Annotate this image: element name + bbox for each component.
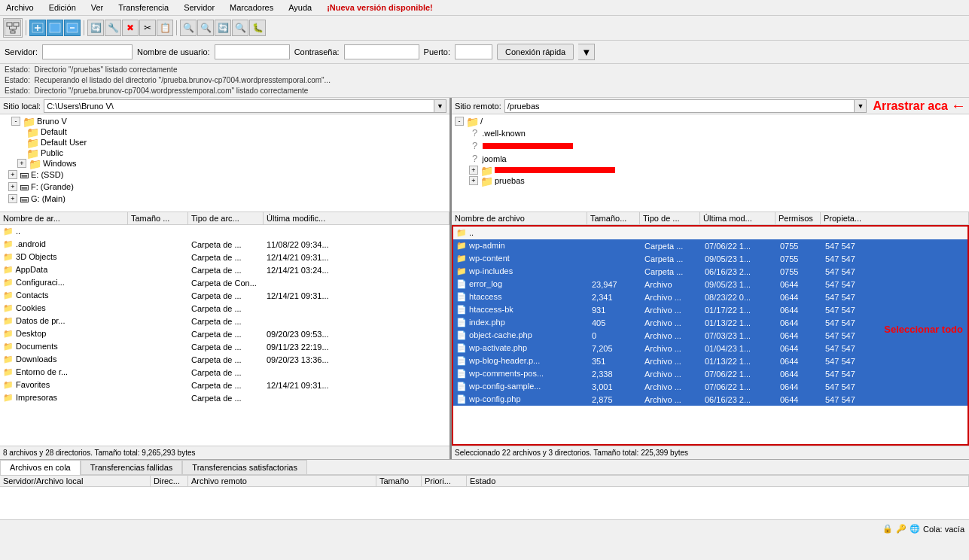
expand-brunov[interactable]: - — [11, 117, 20, 126]
remote-file-error-log[interactable]: 📄 error_log 23,947 Archivo 09/05/23 1...… — [453, 278, 967, 291]
remote-file-wp-comments[interactable]: 📄 wp-comments-pos... 2,338 Archivo ... 0… — [453, 367, 967, 380]
remote-file-wp-admin[interactable]: 📁 wp-admin Carpeta ... 07/06/22 1... 075… — [453, 239, 967, 252]
local-site-path-input[interactable] — [44, 99, 434, 113]
toolbar-btn-filter[interactable]: 🔍 — [197, 20, 214, 36]
local-file-favorites[interactable]: 📁 Favorites Carpeta de ... 12/14/21 09:3… — [0, 379, 449, 391]
expand-windows[interactable]: + — [17, 159, 26, 168]
remote-col-modif[interactable]: Última mod... — [700, 212, 776, 224]
remote-file-wp-config-sample[interactable]: 📄 wp-config-sample... 3,001 Archivo ... … — [453, 380, 967, 393]
local-file-desktop[interactable]: 📁 Desktop Carpeta de ... 09/20/23 09:53.… — [0, 327, 449, 340]
remote-tree-redbar1[interactable]: ? — [453, 139, 967, 152]
toolbar-btn-find[interactable]: 🔍 — [232, 20, 248, 36]
expand-remote-root[interactable]: - — [455, 117, 464, 126]
tree-item-public[interactable]: 📁 Public — [2, 148, 448, 158]
tree-item-brunov[interactable]: - 📁 Bruno V — [2, 116, 448, 126]
remote-file-wp-content[interactable]: 📁 wp-content Carpeta ... 09/05/23 1... 0… — [453, 252, 967, 265]
expand-gmain[interactable]: + — [8, 194, 17, 203]
menu-archivo[interactable]: Archivo — [3, 2, 37, 14]
toolbar-btn-site-manager[interactable] — [5, 20, 21, 36]
expand-fgrande[interactable]: + — [8, 182, 17, 191]
local-file-entorno[interactable]: 📁 Entorno de r... Carpeta de ... — [0, 366, 449, 379]
local-col-modif[interactable]: Última modific... — [264, 212, 449, 224]
tree-item-windows[interactable]: + 📁 Windows — [2, 158, 448, 169]
toolbar-btn-cut[interactable]: ✂ — [139, 20, 156, 36]
menu-marcadores[interactable]: Marcadores — [227, 2, 276, 14]
remote-col-permisos[interactable]: Permisos — [776, 212, 821, 224]
tab-archivos-en-cola[interactable]: Archivos en cola — [0, 460, 81, 475]
local-file-documents[interactable]: 📁 Documents Carpeta de ... 09/11/23 22:1… — [0, 340, 449, 353]
tab-transferencias-fallidas[interactable]: Transferencias fallidas — [81, 460, 183, 475]
remote-tree-joomla[interactable]: ? joomla — [453, 152, 967, 165]
remote-file-dotdot[interactable]: 📁 .. — [453, 227, 967, 239]
remote-file-htaccess[interactable]: 📄 htaccess 2,341 Archivo ... 08/23/22 0.… — [453, 291, 967, 303]
tab-transferencias-satisfactorias[interactable]: Transferencias satisfactorias — [182, 460, 307, 475]
local-col-tipo[interactable]: Tipo de arc... — [188, 212, 264, 224]
menu-ayuda[interactable]: Ayuda — [285, 2, 315, 14]
remote-site-dropdown[interactable]: ▼ — [855, 99, 867, 113]
menu-edicion[interactable]: Edición — [46, 2, 79, 14]
remote-tree-root[interactable]: - 📁 / — [453, 116, 967, 126]
toolbar-btn-new-tab[interactable] — [29, 20, 46, 36]
expand-remote-pruebas[interactable]: + — [469, 176, 478, 185]
toolbar-btn-refresh2[interactable]: 🔄 — [215, 20, 231, 36]
local-file-android[interactable]: 📁 .android Carpeta de ... 11/08/22 09:34… — [0, 238, 449, 251]
expand-essd[interactable]: + — [8, 170, 17, 179]
toolbar-btn-tab3[interactable] — [64, 20, 81, 36]
toolbar-divider-2 — [84, 20, 84, 35]
toolbar-btn-cancel[interactable]: 🔧 — [105, 20, 121, 36]
menu-ver[interactable]: Ver — [88, 2, 107, 14]
local-file-cookies[interactable]: 📁 Cookies Carpeta de ... — [0, 302, 449, 315]
local-file-configuraci[interactable]: 📁 Configuraci... Carpeta de Con... — [0, 276, 449, 289]
tree-item-fgrande[interactable]: + 🖴 F: (Grande) — [2, 181, 448, 193]
tree-item-essd[interactable]: + 🖴 E: (SSD) — [2, 169, 448, 181]
remote-col-propietario[interactable]: Propieta... — [821, 212, 969, 224]
toolbar-btn-stop[interactable]: ✖ — [122, 20, 139, 36]
local-tree-view[interactable]: - 📁 Bruno V 📁 Default 📁 Default User 📁 P… — [0, 114, 449, 212]
remote-file-wp-activate[interactable]: 📄 wp-activate.php 7,205 Archivo ... 01/0… — [453, 342, 967, 355]
local-file-list[interactable]: 📁 .. 📁 .android Carpeta de ... 11/08/22 … — [0, 225, 449, 446]
svg-rect-0 — [7, 23, 12, 26]
password-input[interactable] — [344, 44, 419, 59]
remote-file-wp-includes[interactable]: 📁 wp-includes Carpeta ... 06/16/23 2... … — [453, 265, 967, 278]
tree-item-gmain[interactable]: + 🖴 G: (Main) — [2, 193, 448, 205]
local-col-nombre[interactable]: Nombre de ar... — [0, 212, 128, 224]
remote-col-nombre[interactable]: Nombre de archivo — [452, 212, 587, 224]
remote-tree-wellknown[interactable]: ? .well-known — [453, 126, 967, 139]
local-col-tamano[interactable]: Tamaño ... — [128, 212, 188, 224]
local-file-impresoras[interactable]: 📁 Impresoras Carpeta de ... — [0, 391, 449, 404]
remote-tree-redbar2[interactable]: + 📁 — [453, 165, 967, 175]
local-site-dropdown[interactable]: ▼ — [434, 99, 446, 113]
toolbar-btn-tab2[interactable] — [47, 20, 63, 36]
remote-file-list[interactable]: 📁 .. 📁 wp-admin Carpeta ... 07/06/22 1..… — [452, 225, 969, 446]
usuario-input[interactable] — [215, 44, 290, 59]
toolbar-btn-refresh[interactable]: 🔄 — [87, 20, 104, 36]
local-file-appdata[interactable]: 📁 AppData Carpeta de ... 12/14/21 03:24.… — [0, 263, 449, 276]
conexion-rapida-dropdown[interactable]: ▼ — [578, 44, 595, 60]
local-file-downloads[interactable]: 📁 Downloads Carpeta de ... 09/20/23 13:3… — [0, 353, 449, 366]
tree-item-default[interactable]: 📁 Default — [2, 126, 448, 137]
remote-col-tipo[interactable]: Tipo de ... — [640, 212, 700, 224]
remote-file-wp-blog-header[interactable]: 📄 wp-blog-header.p... 351 Archivo ... 01… — [453, 355, 967, 367]
local-file-contacts[interactable]: 📁 Contacts Carpeta de ... 12/14/21 09:31… — [0, 289, 449, 302]
conexion-rapida-button[interactable]: Conexión rápida — [497, 44, 574, 60]
expand-remote-redbar2[interactable]: + — [469, 166, 478, 175]
toolbar-btn-debug[interactable]: 🐛 — [249, 20, 266, 36]
remote-file-htaccess-bk[interactable]: 📄 htaccess-bk 931 Archivo ... 01/17/22 1… — [453, 303, 967, 316]
nueva-version-label[interactable]: ¡Nueva versión disponible! — [324, 2, 436, 14]
remote-tree-view[interactable]: - 📁 / ? .well-known ? ? joomla + — [452, 114, 969, 212]
remote-site-path-input[interactable] — [504, 99, 855, 113]
local-file-datospr[interactable]: 📁 Datos de pr... Carpeta de ... — [0, 315, 449, 327]
local-file-dotdot[interactable]: 📁 .. — [0, 225, 449, 238]
remote-col-tamano[interactable]: Tamaño... — [587, 212, 640, 224]
menu-transferencia[interactable]: Transferencia — [115, 2, 172, 14]
tree-label-public: Public — [41, 148, 63, 157]
menu-servidor[interactable]: Servidor — [181, 2, 218, 14]
tree-item-defaultuser[interactable]: 📁 Default User — [2, 137, 448, 148]
local-file-3dobjects[interactable]: 📁 3D Objects Carpeta de ... 12/14/21 09:… — [0, 251, 449, 263]
toolbar-btn-copy[interactable]: 📋 — [157, 20, 173, 36]
servidor-input[interactable] — [42, 44, 133, 59]
remote-file-wp-config[interactable]: 📄 wp-config.php 2,875 Archivo ... 06/16/… — [453, 393, 967, 406]
puerto-input[interactable] — [455, 44, 492, 59]
remote-tree-pruebas[interactable]: + 📁 pruebas — [453, 175, 967, 186]
toolbar-btn-search[interactable]: 🔍 — [180, 20, 197, 36]
